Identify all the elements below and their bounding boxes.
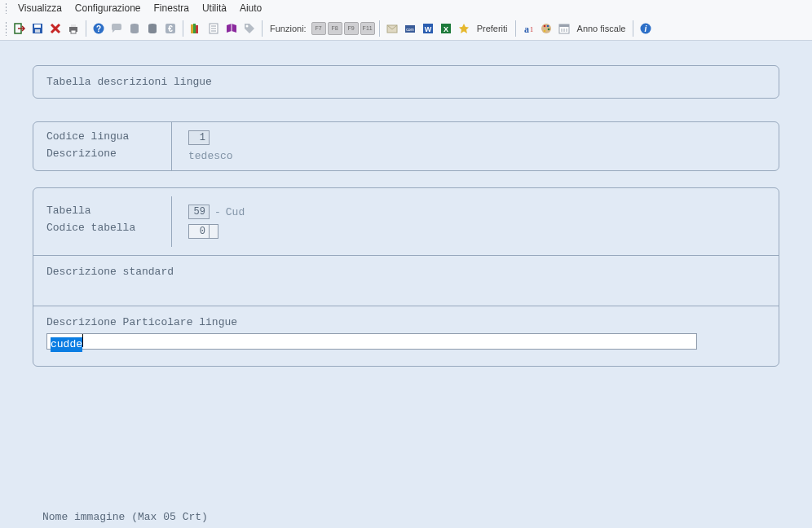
svg-text:com: com <box>406 27 413 32</box>
descrizione-standard-label: Descrizione standard <box>46 266 766 278</box>
svg-point-35 <box>543 29 545 32</box>
svg-text:a: a <box>524 24 529 35</box>
toolbar-grip-icon <box>5 21 7 36</box>
svg-point-32 <box>543 24 545 27</box>
save-icon[interactable] <box>29 20 46 37</box>
svg-rect-15 <box>196 25 198 33</box>
descrizione-particolare-input[interactable]: cudde <box>46 333 697 350</box>
svg-rect-5 <box>71 24 76 27</box>
calendar-icon[interactable] <box>556 20 572 37</box>
book-icon[interactable] <box>223 20 240 37</box>
tag-icon[interactable] <box>241 20 258 37</box>
anno-fiscale-label[interactable]: Anno fiscale <box>574 24 629 33</box>
excel-icon[interactable]: X <box>438 20 454 37</box>
title-panel: Tabella descrizioni lingue <box>33 65 779 99</box>
svg-point-33 <box>546 24 549 27</box>
codice-lingua-input[interactable] <box>188 130 210 145</box>
codice-tabella-label: Codice tabella <box>46 222 158 234</box>
svg-point-34 <box>547 28 549 30</box>
svg-text:X: X <box>444 25 448 33</box>
database-icon[interactable] <box>126 20 143 37</box>
descrizione-label: Descrizione <box>46 147 158 160</box>
books-icon[interactable] <box>188 20 204 37</box>
toolbar: ? € Funzioni: F7 F8 F9 F11 com W X Pr <box>0 16 812 41</box>
descrizione-particolare-section: Descrizione Particolare lingue cudde <box>33 306 779 366</box>
menu-visualizza[interactable]: Visualizza <box>13 1 67 15</box>
word-icon[interactable]: W <box>420 20 436 37</box>
f8-key[interactable]: F8 <box>328 22 342 35</box>
f11-key[interactable]: F11 <box>360 22 375 35</box>
info-icon[interactable]: i <box>638 20 654 37</box>
menu-utilita[interactable]: Utilità <box>197 1 232 15</box>
tabella-panel: Tabella Codice tabella - Cud Descrizione… <box>33 187 779 367</box>
svg-text:i: i <box>645 24 647 33</box>
svg-rect-13 <box>191 24 193 33</box>
svg-rect-3 <box>35 29 40 33</box>
content-area: Tabella descrizioni lingue Codice lingua… <box>0 41 812 367</box>
exit-icon[interactable] <box>11 20 28 37</box>
svg-rect-14 <box>193 24 196 33</box>
descrizione-standard-section: Descrizione standard <box>33 256 779 306</box>
funzioni-label: Funzioni: <box>267 24 310 33</box>
svg-point-31 <box>541 24 551 33</box>
tabella-name: Cud <box>226 206 245 218</box>
tabella-label: Tabella <box>46 205 158 217</box>
f7-key[interactable]: F7 <box>311 22 326 35</box>
svg-text:?: ? <box>96 24 101 33</box>
svg-text:1: 1 <box>530 26 533 33</box>
codice-tabella-input[interactable] <box>188 224 210 239</box>
lingua-panel: Codice lingua Descrizione tedesco <box>33 121 779 171</box>
font-icon[interactable]: a1 <box>520 20 536 37</box>
svg-point-21 <box>246 24 249 27</box>
f9-key[interactable]: F9 <box>344 22 359 35</box>
svg-text:€: € <box>168 24 173 33</box>
menu-configurazione[interactable]: Configurazione <box>70 1 146 15</box>
svg-rect-6 <box>71 30 76 33</box>
help-icon[interactable]: ? <box>90 20 107 37</box>
svg-rect-2 <box>34 24 41 28</box>
database2-icon[interactable] <box>144 20 161 37</box>
footer-nome-immagine-label: Nome immagine (Max 05 Crt) <box>33 508 218 523</box>
delete-icon[interactable] <box>47 20 64 37</box>
toolbar-grip-icon <box>5 2 7 14</box>
menu-bar: Visualizza Configurazione Finestra Utili… <box>0 0 812 16</box>
palette-icon[interactable] <box>538 20 554 37</box>
com-icon[interactable]: com <box>402 20 418 37</box>
svg-text:W: W <box>424 25 431 33</box>
document-icon[interactable] <box>205 20 222 37</box>
mail-icon[interactable] <box>384 20 400 37</box>
chat-icon[interactable] <box>108 20 125 37</box>
preferiti-label[interactable]: Preferiti <box>474 24 511 33</box>
tabella-separator: - <box>214 206 221 218</box>
euro-icon[interactable]: € <box>162 20 179 37</box>
menu-finestra[interactable]: Finestra <box>149 1 194 15</box>
svg-rect-37 <box>559 24 569 27</box>
tabella-code-input[interactable] <box>188 205 210 219</box>
print-icon[interactable] <box>65 20 82 37</box>
codice-lingua-label: Codice lingua <box>46 130 158 143</box>
descrizione-value: tedesco <box>188 150 233 162</box>
descrizione-particolare-label: Descrizione Particolare lingue <box>46 316 766 328</box>
menu-aiuto[interactable]: Aiuto <box>235 1 267 15</box>
page-title: Tabella descrizioni lingue <box>46 76 212 88</box>
codice-tabella-lookup-button[interactable] <box>209 224 218 239</box>
star-icon[interactable] <box>456 20 472 37</box>
